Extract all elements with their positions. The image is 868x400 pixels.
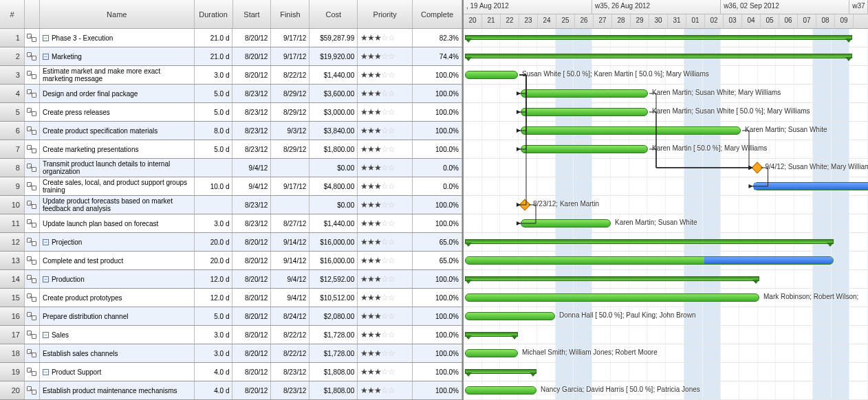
gantt-row[interactable]: Karen Martin; Susan White: [464, 122, 868, 140]
table-row[interactable]: 4Design and order final package5.0 d8/23…: [0, 85, 462, 103]
finish-cell[interactable]: 8/29/12: [271, 140, 310, 158]
summary-bar[interactable]: [465, 276, 759, 281]
duration-cell[interactable]: 12.0 d: [195, 289, 233, 307]
complete-cell[interactable]: 100.0%: [413, 196, 462, 214]
start-cell[interactable]: 8/20/12: [232, 252, 271, 269]
priority-cell[interactable]: ★★★☆☆: [358, 326, 413, 344]
row-number[interactable]: 10: [0, 196, 25, 214]
priority-cell[interactable]: ★★★☆☆: [358, 196, 413, 214]
task-bar[interactable]: [465, 349, 518, 357]
task-name-cell[interactable]: Create product specification materials: [40, 122, 195, 140]
complete-cell[interactable]: 100.0%: [413, 140, 462, 158]
priority-cell[interactable]: ★★★☆☆: [358, 344, 413, 362]
priority-cell[interactable]: ★★★☆☆: [358, 103, 413, 121]
table-row[interactable]: 6Create product specification materials8…: [0, 122, 462, 140]
finish-cell[interactable]: 9/17/12: [271, 47, 310, 65]
cost-cell[interactable]: $16,000.00: [310, 233, 358, 251]
complete-cell[interactable]: 0.0%: [413, 177, 462, 195]
duration-cell[interactable]: [195, 196, 233, 214]
start-cell[interactable]: 8/20/12: [232, 66, 271, 84]
task-name-cell[interactable]: Update launch plan based on forecast: [40, 214, 195, 232]
complete-cell[interactable]: 0.0%: [413, 159, 462, 177]
outline-collapse-icon[interactable]: −: [43, 332, 49, 338]
table-row[interactable]: 15Create product prototypes12.0 d8/20/12…: [0, 289, 462, 307]
table-row[interactable]: 3Estimate market and make more exact mar…: [0, 66, 462, 85]
task-bar[interactable]: [521, 145, 648, 153]
duration-cell[interactable]: 5.0 d: [195, 307, 233, 325]
cost-cell[interactable]: $2,080.00: [310, 307, 358, 325]
row-number[interactable]: 14: [0, 270, 25, 288]
start-cell[interactable]: 8/20/12: [232, 344, 271, 362]
task-name-cell[interactable]: Create press releases: [40, 103, 195, 121]
priority-cell[interactable]: ★★★☆☆: [358, 307, 413, 325]
table-row[interactable]: 10Update product forecasts based on mark…: [0, 196, 462, 214]
priority-cell[interactable]: ★★★☆☆: [358, 140, 413, 158]
row-number[interactable]: 4: [0, 85, 25, 102]
finish-cell[interactable]: [271, 196, 310, 214]
gantt-chart[interactable]: , 19 Aug 2012w35, 26 Aug 2012w36, 02 Sep…: [464, 0, 868, 400]
finish-cell[interactable]: [271, 159, 310, 177]
gantt-row[interactable]: Karen Martin; Susan White: [464, 214, 868, 233]
gantt-row[interactable]: [464, 29, 868, 47]
complete-cell[interactable]: 100.0%: [413, 289, 462, 307]
finish-cell[interactable]: 8/23/12: [271, 363, 310, 381]
start-cell[interactable]: 8/20/12: [232, 233, 271, 251]
complete-cell[interactable]: 100.0%: [413, 214, 462, 232]
finish-cell[interactable]: 8/24/12: [271, 307, 310, 325]
col-header-cost[interactable]: Cost: [310, 0, 358, 28]
cost-cell[interactable]: $16,000.00: [310, 252, 358, 269]
task-name-cell[interactable]: Update product forecasts based on market…: [40, 196, 195, 214]
task-name-cell[interactable]: −Production: [40, 270, 195, 288]
start-cell[interactable]: 8/20/12: [232, 29, 271, 47]
col-header-num[interactable]: #: [0, 0, 25, 28]
task-name-cell[interactable]: −Projection: [40, 233, 195, 251]
table-row[interactable]: 12−Projection20.0 d8/20/129/14/12$16,000…: [0, 233, 462, 252]
table-row[interactable]: 8Transmit product launch details to inte…: [0, 159, 462, 177]
duration-cell[interactable]: [195, 159, 233, 177]
summary-bar[interactable]: [465, 239, 834, 244]
finish-cell[interactable]: 8/29/12: [271, 85, 310, 102]
table-row[interactable]: 1−Phase 3 - Execution21.0 d8/20/129/17/1…: [0, 29, 462, 47]
summary-bar[interactable]: [465, 54, 852, 58]
outline-collapse-icon[interactable]: −: [43, 35, 49, 41]
start-cell[interactable]: 8/20/12: [232, 326, 271, 344]
table-row[interactable]: 13Complete and test product20.0 d8/20/12…: [0, 252, 462, 270]
priority-cell[interactable]: ★★★☆☆: [358, 252, 413, 269]
task-name-cell[interactable]: −Phase 3 - Execution: [40, 29, 195, 47]
start-cell[interactable]: 8/23/12: [232, 214, 271, 232]
cost-cell[interactable]: $3,840.00: [310, 122, 358, 140]
gantt-row[interactable]: Susan White [ 50.0 %]; Karen Martin [ 50…: [464, 66, 868, 85]
start-cell[interactable]: 8/20/12: [232, 307, 271, 325]
priority-cell[interactable]: ★★★☆☆: [358, 233, 413, 251]
gantt-row[interactable]: [464, 47, 868, 66]
gantt-row[interactable]: [464, 363, 868, 381]
complete-cell[interactable]: 65.0%: [413, 252, 462, 269]
complete-cell[interactable]: 100.0%: [413, 270, 462, 288]
table-row[interactable]: 14−Production12.0 d8/20/129/4/12$12,592.…: [0, 270, 462, 289]
duration-cell[interactable]: 5.0 d: [195, 103, 233, 121]
finish-cell[interactable]: 8/27/12: [271, 214, 310, 232]
table-row[interactable]: 9Create sales, local, and product suppor…: [0, 177, 462, 196]
task-name-cell[interactable]: Design and order final package: [40, 85, 195, 102]
gantt-row[interactable]: [464, 270, 868, 289]
duration-cell[interactable]: 8.0 d: [195, 122, 233, 140]
cost-cell[interactable]: $1,808.00: [310, 363, 358, 381]
gantt-row[interactable]: Karen Martin; Susan White [ 50.0 %]; Mar…: [464, 103, 868, 122]
row-number[interactable]: 12: [0, 233, 25, 251]
complete-cell[interactable]: 100.0%: [413, 85, 462, 102]
cost-cell[interactable]: $10,512.00: [310, 289, 358, 307]
complete-cell[interactable]: 100.0%: [413, 381, 462, 399]
task-name-cell[interactable]: Transmit product launch details to inter…: [40, 159, 195, 177]
complete-cell[interactable]: 100.0%: [413, 326, 462, 344]
milestone-marker[interactable]: [751, 162, 763, 174]
cost-cell[interactable]: $12,592.00: [310, 270, 358, 288]
row-number[interactable]: 8: [0, 159, 25, 177]
gantt-row[interactable]: Michael Smith; William Jones; Robert Moo…: [464, 344, 868, 363]
task-bar[interactable]: [465, 386, 536, 395]
task-bar[interactable]: [521, 126, 741, 135]
table-row[interactable]: 20Establish product maintenance mechanis…: [0, 381, 462, 400]
row-number[interactable]: 17: [0, 326, 25, 344]
complete-cell[interactable]: 82.3%: [413, 29, 462, 47]
finish-cell[interactable]: 9/14/12: [271, 233, 310, 251]
duration-cell[interactable]: 3.0 d: [195, 66, 233, 84]
